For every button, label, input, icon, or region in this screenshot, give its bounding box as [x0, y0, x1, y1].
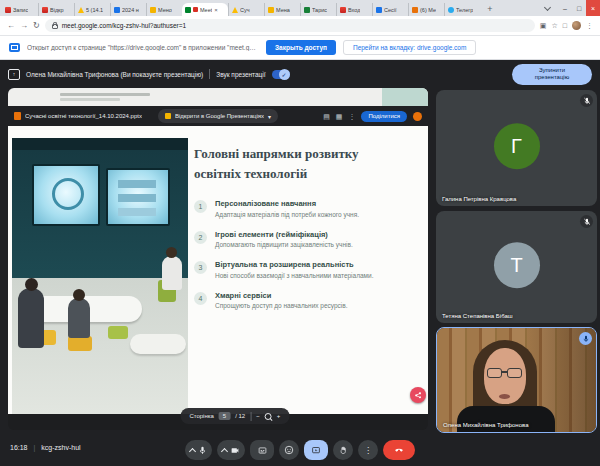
forward-button[interactable]: → — [20, 22, 28, 30]
new-tab-button[interactable]: + — [484, 3, 496, 15]
bookmark-star-icon[interactable]: ☆ — [551, 22, 557, 29]
viewer-more-icon[interactable]: ⋮ — [348, 113, 355, 120]
screen-share-icon — [9, 43, 20, 52]
tab-title: Телегр — [456, 7, 473, 13]
glasses-left-lens — [487, 368, 502, 378]
tab-title: (6) Ме — [420, 7, 436, 13]
open-with-dropdown[interactable]: Відкрити в Google Презентаціях ▾ — [158, 109, 278, 123]
person-mouth — [499, 394, 510, 399]
page-text-fragment — [60, 98, 120, 101]
presentation-audio-toggle[interactable]: ✓ — [272, 70, 290, 79]
goto-tab-button[interactable]: Перейти на вкладку: drive.google.com — [343, 40, 476, 55]
hand-icon — [339, 446, 348, 455]
minimize-button[interactable]: – — [558, 0, 572, 16]
tab-sessions[interactable]: Сесії — [372, 3, 408, 16]
stop-presenting-button[interactable]: Зупинити презентацію — [512, 64, 592, 85]
tab-meet-active[interactable]: Meet× — [182, 3, 228, 16]
page-number-input[interactable]: 5 — [219, 412, 230, 420]
profile-avatar[interactable] — [572, 21, 581, 30]
pptx-file-icon — [14, 112, 21, 120]
zoom-out-button[interactable]: − — [256, 413, 260, 419]
share-fab-button[interactable] — [410, 387, 426, 403]
tab-telegram[interactable]: Телегр — [444, 3, 480, 16]
browser-menu-icon[interactable]: ⋮ — [586, 22, 593, 29]
glasses-bridge — [501, 371, 508, 373]
more-options-button[interactable]: ⋮ — [358, 440, 378, 460]
maximize-button[interactable]: □ — [572, 0, 586, 16]
raise-hand-button[interactable] — [333, 440, 353, 460]
comments-icon[interactable]: ▤ — [323, 113, 330, 120]
mic-options-chevron-icon[interactable] — [189, 447, 196, 454]
tab-favicon — [376, 7, 382, 13]
tab-gmail-2[interactable]: Відкр — [38, 3, 74, 16]
meeting-code: kcg-zshv-hul — [41, 444, 80, 451]
back-button[interactable]: ← — [7, 22, 15, 30]
presentation-slide: Головні напрямки розвитку освітніх техно… — [8, 126, 428, 414]
camera-button-group[interactable] — [217, 440, 245, 460]
shared-page-top — [8, 88, 428, 106]
lock-icon — [52, 24, 58, 29]
tab-drive-2[interactable]: Суч — [228, 3, 264, 16]
item-number-badge: 2 — [194, 231, 207, 244]
tab-calendar[interactable]: 2024 н — [110, 3, 146, 16]
item-description: Спрощують доступ до навчальних ресурсів. — [215, 302, 348, 309]
address-bar[interactable]: meet.google.com/kcg-zshv-hul?authuser=1 — [45, 19, 535, 32]
participant-tile[interactable]: Г Галина Петрівна Кравцова — [436, 90, 597, 206]
tab-title: Вход — [348, 7, 360, 13]
calendar-icon — [114, 7, 120, 13]
clock-time: 16:18 — [10, 444, 28, 451]
tab-slides-2[interactable]: Мена — [264, 3, 300, 16]
header-divider — [209, 69, 210, 79]
shared-screen: Сучасні освітні технології_14.10.2024.pp… — [8, 88, 428, 430]
slides-icon — [150, 7, 156, 13]
student-figure — [68, 298, 90, 338]
slide-items: 1 Персоналізоване навчанняАдаптація мате… — [194, 199, 416, 309]
slide-title: Головні напрямки розвитку освітніх техно… — [194, 144, 399, 184]
gmail-icon — [5, 7, 11, 13]
tab-title: Тарис — [312, 7, 327, 13]
stop-sharing-button[interactable]: Закрыть доступ — [266, 40, 336, 55]
reload-button[interactable]: ↻ — [33, 22, 40, 30]
gmail-icon — [42, 7, 48, 13]
self-video-tile[interactable]: Олена Михайлівна Трифонова — [436, 327, 597, 433]
tab-drive-1[interactable]: 5 (14.1 — [74, 3, 110, 16]
more-icon: ⋮ — [364, 446, 372, 455]
magnifier-icon[interactable] — [265, 413, 272, 420]
extensions-icon[interactable]: ▣ — [540, 22, 547, 29]
slide-text-column: Головні напрямки розвитку освітніх техно… — [194, 144, 416, 321]
mic-muted-icon — [580, 215, 593, 228]
call-controls: ⋮ — [185, 440, 415, 460]
page-controls: Сторінка 5 / 12 − + — [180, 408, 289, 424]
print-icon[interactable]: ▦ — [336, 113, 343, 120]
tab-close-icon[interactable]: × — [214, 7, 218, 13]
gmail-icon — [340, 7, 346, 13]
present-screen-button[interactable] — [304, 440, 328, 460]
classroom-screen-left — [32, 164, 100, 226]
item-description: Нові способи взаємодії з навчальними мат… — [215, 272, 373, 279]
reactions-button[interactable] — [279, 440, 299, 460]
classroom-ceiling — [12, 138, 188, 150]
meet-bottom-bar: 16:18 | kcg-zshv-hul ⋮ — [0, 434, 600, 466]
tab-slides-1[interactable]: Мено — [146, 3, 182, 16]
classroom-table — [130, 334, 186, 354]
tab-search-chevron-icon[interactable] — [544, 3, 551, 10]
item-title: Ігрові елементи (гейміфікація) — [215, 230, 353, 239]
drive-share-button[interactable]: Поділитися — [361, 111, 407, 122]
tab-groups-icon[interactable]: □ — [563, 22, 567, 29]
tab-sheets[interactable]: Тарис — [300, 3, 336, 16]
tab-docs[interactable]: (6) Ме — [408, 3, 444, 16]
participant-tile[interactable]: Т Тетяна Степанівна Бібаш — [436, 211, 597, 323]
zoom-in-button[interactable]: + — [277, 413, 281, 419]
item-title: Хмарні сервіси — [215, 291, 348, 300]
camera-options-chevron-icon[interactable] — [221, 447, 228, 454]
drive-account-avatar[interactable] — [413, 112, 422, 121]
mic-button-group[interactable] — [185, 440, 212, 460]
close-window-button[interactable]: × — [586, 0, 600, 16]
captions-button[interactable] — [250, 440, 274, 460]
docs-icon — [412, 7, 418, 13]
share-icon — [414, 391, 422, 399]
end-call-button[interactable] — [383, 440, 415, 460]
list-item: 1 Персоналізоване навчанняАдаптація мате… — [194, 199, 416, 218]
tab-gmail-1[interactable]: Запис — [2, 3, 38, 16]
tab-gmail-3[interactable]: Вход — [336, 3, 372, 16]
